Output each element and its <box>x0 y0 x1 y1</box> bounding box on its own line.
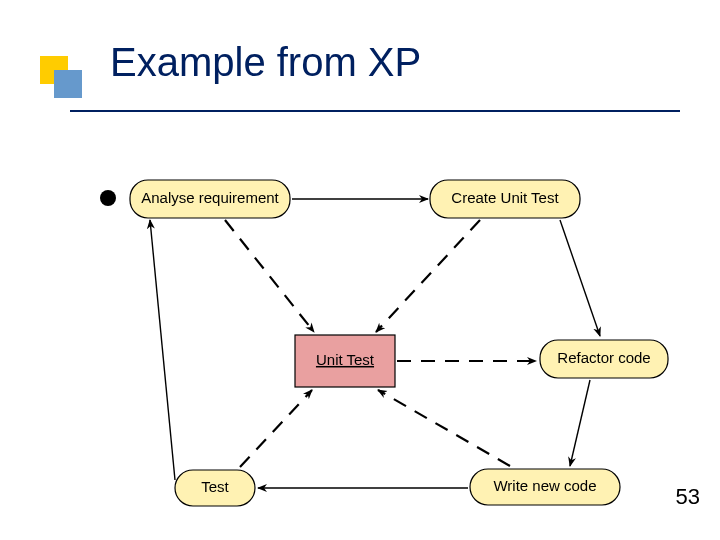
node-write-label: Write new code <box>493 477 596 494</box>
page-number: 53 <box>676 484 700 510</box>
edge-create-refactor <box>560 220 600 336</box>
slide-container: Example from XP Analyse requirement Crea… <box>0 0 720 540</box>
edge-analyse-center <box>225 220 314 332</box>
edge-test-analyse <box>150 220 175 480</box>
node-analyse-label: Analyse requirement <box>141 189 279 206</box>
edge-test-center <box>240 390 312 467</box>
node-center-label: Unit Test <box>316 351 375 368</box>
node-refactor-label: Refactor code <box>557 349 650 366</box>
edge-create-center <box>376 220 480 332</box>
edge-write-center <box>378 390 510 466</box>
node-test-label: Test <box>201 478 229 495</box>
diagram-svg: Analyse requirement Create Unit Test Uni… <box>0 0 720 540</box>
edge-refactor-write <box>570 380 590 466</box>
node-create-label: Create Unit Test <box>451 189 559 206</box>
